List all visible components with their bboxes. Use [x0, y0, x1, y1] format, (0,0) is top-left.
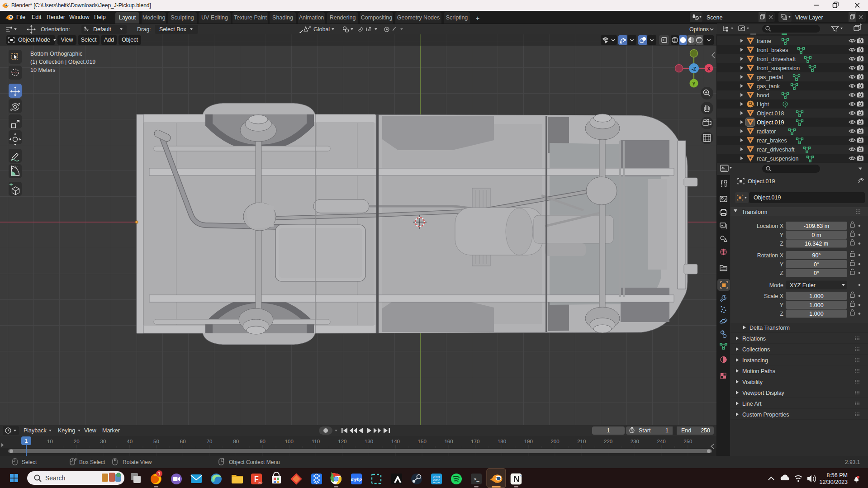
svg-text:80: 80: [233, 439, 239, 444]
svg-text:110: 110: [312, 439, 320, 444]
svg-text:1.000: 1.000: [809, 293, 823, 299]
svg-text:Start: Start: [639, 427, 651, 434]
svg-text:Object.019: Object.019: [748, 178, 775, 185]
svg-text:220: 220: [604, 439, 612, 444]
svg-text:0°: 0°: [814, 261, 819, 268]
svg-text:8:56 PM: 8:56 PM: [826, 472, 848, 479]
svg-text:140: 140: [391, 439, 400, 444]
svg-text:Z: Z: [780, 311, 783, 317]
svg-text:Line Art: Line Art: [742, 401, 762, 407]
svg-text:1: 1: [665, 427, 669, 434]
svg-text:10: 10: [47, 439, 53, 444]
svg-text:30: 30: [100, 439, 106, 444]
svg-text:20: 20: [74, 439, 80, 444]
svg-text:Search: Search: [45, 474, 65, 482]
svg-text:rear_brakes: rear_brakes: [757, 137, 787, 144]
svg-text:Y: Y: [692, 81, 696, 86]
svg-text:End: End: [681, 427, 691, 434]
svg-text:150: 150: [418, 439, 427, 444]
svg-text:-Z: -Z: [692, 66, 697, 71]
svg-text:Z: Z: [780, 270, 783, 276]
svg-text:Object.019: Object.019: [757, 119, 784, 126]
svg-text:200: 200: [550, 439, 559, 444]
svg-text:Visibility: Visibility: [742, 379, 763, 385]
svg-text:Motion Paths: Motion Paths: [742, 368, 775, 374]
svg-text:Rotation X: Rotation X: [757, 252, 784, 259]
svg-text:180: 180: [498, 439, 506, 444]
svg-text:Playback: Playback: [24, 427, 47, 434]
svg-text:1.000: 1.000: [809, 311, 823, 317]
svg-text:120: 120: [338, 439, 346, 444]
svg-text:50: 50: [153, 439, 159, 444]
svg-text:Relations: Relations: [742, 336, 766, 342]
svg-text:Instancing: Instancing: [742, 357, 768, 364]
svg-text:gas_pedal: gas_pedal: [757, 74, 783, 81]
svg-text:100: 100: [285, 439, 294, 444]
svg-text:Location X: Location X: [757, 223, 784, 229]
svg-text:front_brakes: front_brakes: [757, 47, 788, 53]
svg-text:190: 190: [524, 439, 533, 444]
svg-text:Y: Y: [780, 261, 784, 268]
svg-text:Mode: Mode: [769, 282, 783, 289]
svg-text:Keying: Keying: [58, 427, 75, 434]
svg-text:1.000: 1.000: [809, 302, 823, 308]
svg-text:Y: Y: [780, 232, 784, 238]
svg-text:XYZ Euler: XYZ Euler: [790, 282, 816, 289]
svg-text:230: 230: [631, 439, 639, 444]
svg-text:250: 250: [683, 439, 692, 444]
svg-text:360: 360: [258, 481, 263, 484]
svg-text:Z: Z: [780, 241, 783, 247]
svg-text:Marker: Marker: [102, 427, 120, 434]
svg-text:130: 130: [365, 439, 373, 444]
svg-text:-109.63 m: -109.63 m: [804, 223, 829, 229]
svg-text:90: 90: [260, 439, 266, 444]
svg-text:1: 1: [158, 471, 161, 476]
svg-text:X: X: [707, 66, 711, 71]
svg-text:Viewport Display: Viewport Display: [742, 390, 785, 396]
svg-text:210: 210: [577, 439, 586, 444]
svg-text:video: video: [433, 479, 440, 482]
svg-text:90°: 90°: [812, 252, 821, 259]
svg-text:View Layer: View Layer: [795, 14, 823, 21]
svg-text:>_: >_: [474, 476, 479, 482]
svg-text:prime: prime: [433, 475, 441, 479]
svg-text:myhp: myhp: [351, 477, 362, 482]
svg-text:1: 1: [607, 427, 610, 434]
svg-text:rear_driveshaft: rear_driveshaft: [757, 147, 795, 153]
svg-text:70: 70: [207, 439, 213, 444]
svg-text:16.342 m: 16.342 m: [805, 241, 828, 247]
svg-text:rear_suspension: rear_suspension: [757, 156, 798, 162]
svg-text:40: 40: [127, 439, 133, 444]
svg-text:250: 250: [701, 427, 710, 434]
svg-text:View: View: [84, 427, 97, 434]
svg-text:Collections: Collections: [742, 346, 770, 353]
svg-text:front_suspension: front_suspension: [757, 65, 800, 71]
svg-text:Scene: Scene: [707, 14, 722, 21]
svg-text:0 m: 0 m: [812, 232, 821, 238]
svg-text:Transform: Transform: [742, 209, 768, 215]
svg-text:160: 160: [444, 439, 453, 444]
svg-text:radiator: radiator: [757, 128, 776, 135]
svg-text:gas_tank: gas_tank: [757, 83, 780, 90]
svg-text:Delta Transform: Delta Transform: [749, 325, 790, 331]
svg-text:Object.018: Object.018: [757, 110, 784, 117]
svg-text:0°: 0°: [814, 270, 819, 276]
svg-text:12/30/2023: 12/30/2023: [819, 479, 848, 485]
svg-text:frame: frame: [757, 38, 771, 44]
svg-text:240: 240: [657, 439, 666, 444]
svg-text:front_driveshaft: front_driveshaft: [757, 56, 796, 62]
svg-text:Light: Light: [757, 101, 769, 108]
svg-text:hood: hood: [757, 92, 769, 99]
svg-text:170: 170: [471, 439, 479, 444]
svg-text:60: 60: [180, 439, 186, 444]
svg-text:Object.019: Object.019: [754, 194, 781, 201]
svg-text:1: 1: [25, 438, 28, 444]
svg-text:Custom Properties: Custom Properties: [742, 412, 789, 418]
svg-text:Y: Y: [780, 302, 784, 308]
svg-text:Scale X: Scale X: [764, 293, 784, 299]
